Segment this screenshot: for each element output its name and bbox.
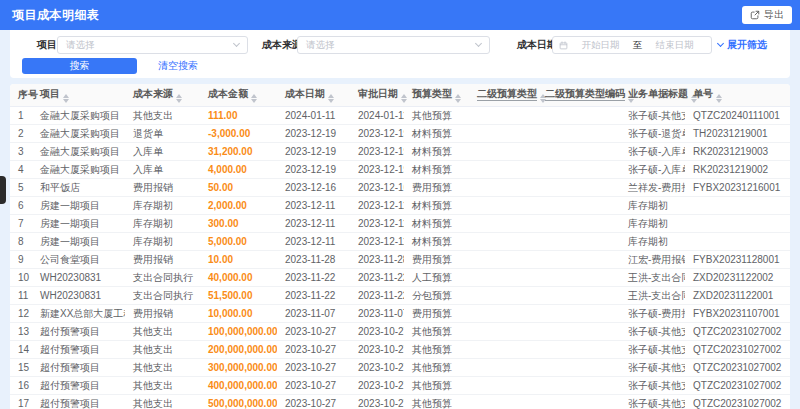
column-header-label: 预算类型 [412, 88, 452, 99]
cell-cost_date: 2023-10-27 [277, 394, 350, 409]
cell-approval_date: 2023-12-19 [350, 124, 404, 142]
column-header-approval_date[interactable]: 审批日期 [350, 84, 404, 106]
cell-source: 其他支出 [125, 376, 200, 394]
search-button[interactable]: 搜索 [22, 58, 137, 74]
cell-no: 7 [10, 214, 32, 232]
cell-cost_date: 2023-10-27 [277, 376, 350, 394]
cell-no: 12 [10, 304, 32, 322]
cell-project: 房建一期项目 [32, 214, 125, 232]
cell-sub_budget_type [469, 232, 537, 250]
export-button[interactable]: 导出 [742, 6, 792, 24]
table-row: 7房建一期项目库存期初300.002023-12-112023-12-11材料预… [10, 214, 790, 232]
cost-table-panel: 序号项目成本来源成本金额成本日期审批日期预算类型二级预算类型二级预算类型编码业务… [10, 84, 790, 409]
cell-no: 3 [10, 142, 32, 160]
sort-icon[interactable] [251, 94, 257, 103]
cell-sub_budget_type [469, 286, 537, 304]
cell-no: 14 [10, 340, 32, 358]
column-header-label: 单号 [693, 88, 713, 99]
cell-no: 4 [10, 160, 32, 178]
project-select[interactable]: 请选择 [57, 36, 248, 54]
cell-source: 入库单 [125, 160, 200, 178]
column-header-cost_date[interactable]: 成本日期 [277, 84, 350, 106]
cell-budget_type: 材料预算 [404, 160, 469, 178]
sort-icon[interactable] [455, 94, 461, 103]
expand-filters-link[interactable]: 展开筛选 [718, 36, 767, 54]
cell-doc_title: 江宏-费用报销 [620, 250, 685, 268]
cost-source-select[interactable]: 请选择 [297, 36, 490, 54]
cell-doc_title: 张子硕-入库单 [620, 160, 685, 178]
sort-icon[interactable] [63, 94, 69, 103]
cell-sub_budget_type [469, 340, 537, 358]
cell-budget_type: 人工预算 [404, 268, 469, 286]
clear-search-link[interactable]: 清空搜索 [158, 58, 198, 74]
cell-sub_budget_code [537, 196, 620, 214]
chevron-down-icon [717, 40, 724, 47]
sort-icon[interactable] [176, 94, 182, 103]
cell-doc_title: 张子硕-其他支出 [620, 358, 685, 376]
cell-no: 11 [10, 286, 32, 304]
cell-approval_date: 2024-01-11 [350, 106, 404, 124]
column-header-source[interactable]: 成本来源 [125, 84, 200, 106]
column-header-sub_budget_code[interactable]: 二级预算类型编码 [537, 84, 620, 106]
cell-amount: 50.00 [200, 178, 277, 196]
cell-doc_no: TH20231219001 [685, 124, 790, 142]
cell-doc_title: 库存期初 [620, 232, 685, 250]
cell-no: 2 [10, 124, 32, 142]
cell-sub_budget_code [537, 214, 620, 232]
cell-cost_date: 2023-12-19 [277, 124, 350, 142]
cell-doc_no: ZXD20231122002 [685, 268, 790, 286]
column-header-project[interactable]: 项目 [32, 84, 125, 106]
cell-amount: 300.00 [200, 214, 277, 232]
cell-doc_title: 张子硕-其他支出 [620, 322, 685, 340]
cost-date-range-input[interactable]: 开始日期 至 结束日期 [552, 36, 712, 54]
column-header-doc_title[interactable]: 业务单据标题 [620, 84, 685, 106]
cell-doc_no: RK20231219002 [685, 160, 790, 178]
column-header-label: 成本日期 [285, 88, 325, 99]
cell-sub_budget_type [469, 160, 537, 178]
cell-amount: 10.00 [200, 250, 277, 268]
cell-doc_title: 库存期初 [620, 196, 685, 214]
table-row: 4金融大厦采购项目入库单4,000.002023-12-192023-12-19… [10, 160, 790, 178]
sort-icon[interactable] [716, 94, 722, 103]
cell-project: WH20230831 [32, 286, 125, 304]
cell-amount: 500,000,000.00 [200, 394, 277, 409]
cell-budget_type: 其他预算 [404, 340, 469, 358]
cell-cost_date: 2023-10-27 [277, 340, 350, 358]
column-header-budget_type[interactable]: 预算类型 [404, 84, 469, 106]
cell-source: 支出合同执行 [125, 286, 200, 304]
cell-project: 超付预警项目 [32, 322, 125, 340]
cell-doc_no: QTZC20231027002 [685, 322, 790, 340]
table-row: 13超付预警项目其他支出100,000,000.002023-10-272023… [10, 322, 790, 340]
cell-project: 房建一期项目 [32, 232, 125, 250]
cell-project: 房建一期项目 [32, 196, 125, 214]
table-row: 3金融大厦采购项目入库单31,200.002023-12-192023-12-1… [10, 142, 790, 160]
cell-doc_no: QTZC20240111001 [685, 106, 790, 124]
cell-doc_title: 王洪-支出合同执行 [620, 286, 685, 304]
cell-amount: 400,000,000.00 [200, 376, 277, 394]
cell-sub_budget_code [537, 340, 620, 358]
column-header-amount[interactable]: 成本金额 [200, 84, 277, 106]
cell-approval_date: 2023-11-07 [350, 304, 404, 322]
cell-project: 超付预警项目 [32, 358, 125, 376]
cell-sub_budget_type [469, 178, 537, 196]
cell-sub_budget_type [469, 106, 537, 124]
column-header-sub_budget_type[interactable]: 二级预算类型 [469, 84, 537, 106]
side-panel-handle[interactable] [0, 176, 6, 204]
cell-cost_date: 2023-12-19 [277, 142, 350, 160]
cell-no: 13 [10, 322, 32, 340]
cell-doc_no: QTZC20231027002 [685, 340, 790, 358]
cell-budget_type: 其他预算 [404, 376, 469, 394]
column-header-doc_no[interactable]: 单号 [685, 84, 790, 106]
cell-project: 公司食堂项目 [32, 250, 125, 268]
sort-icon[interactable] [328, 94, 334, 103]
cell-source: 支出合同执行 [125, 268, 200, 286]
sort-icon[interactable] [401, 94, 407, 103]
cell-project: WH20230831 [32, 268, 125, 286]
cell-sub_budget_code [537, 124, 620, 142]
cell-doc_no [685, 214, 790, 232]
table-row: 8房建一期项目库存期初5,000.002023-12-112023-12-11材… [10, 232, 790, 250]
column-header-label: 二级预算类型编码 [545, 88, 625, 101]
table-row: 10WH20230831支出合同执行40,000.002023-11-22202… [10, 268, 790, 286]
cell-no: 9 [10, 250, 32, 268]
cell-no: 1 [10, 106, 32, 124]
